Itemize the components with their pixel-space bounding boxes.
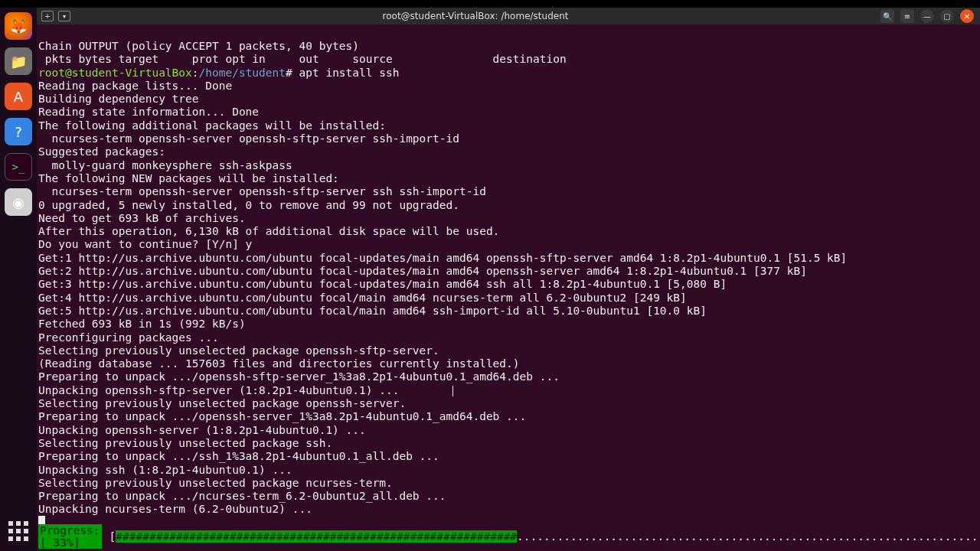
terminal-line: Selecting previously unselected package … [37, 477, 980, 490]
terminal-icon[interactable]: >_ [5, 153, 32, 181]
terminal-line: After this operation, 6,130 kB of additi… [37, 225, 980, 238]
progress-rest: ........................................… [517, 530, 980, 543]
terminal-line: Preparing to unpack .../ssh_1%3a8.2p1-4u… [37, 450, 980, 463]
terminal-line: Selecting previously unselected package … [37, 437, 980, 450]
software-icon[interactable]: A [5, 83, 32, 110]
terminal-line: Unpacking openssh-sftp-server (1:8.2p1-4… [37, 384, 980, 397]
files-icon[interactable]: 📁 [5, 47, 32, 75]
terminal-line: Get:4 http://us.archive.ubuntu.com/ubunt… [37, 292, 980, 305]
progress-label: Progress: [ 33%] [38, 524, 102, 549]
close-button[interactable]: ✕ [960, 9, 974, 23]
terminal-line: Reading state information... Done [37, 106, 980, 119]
terminal-line: Need to get 693 kB of archives. [37, 212, 980, 225]
terminal-line: The following NEW packages will be insta… [37, 172, 980, 185]
terminal-line: Get:1 http://us.archive.ubuntu.com/ubunt… [37, 252, 980, 265]
minimize-button[interactable]: — [920, 9, 934, 23]
apt-progress: Progress: [ 33%] [ #####################… [37, 530, 980, 543]
terminal-line: root@student-VirtualBox:/home/student# a… [37, 67, 980, 80]
terminal-line: Get:5 http://us.archive.ubuntu.com/ubunt… [37, 305, 980, 318]
terminal-line: Get:2 http://us.archive.ubuntu.com/ubunt… [37, 265, 980, 278]
terminal-line: Get:3 http://us.archive.ubuntu.com/ubunt… [37, 278, 980, 291]
terminal-line: Preconfiguring packages ... [37, 331, 980, 344]
terminal-line: Chain OUTPUT (policy ACCEPT 1 packets, 4… [37, 40, 980, 53]
terminal-line: Preparing to unpack .../openssh-server_1… [37, 410, 980, 423]
terminal-line: Preparing to unpack .../ncurses-term_6.2… [37, 490, 980, 503]
hamburger-menu-icon[interactable]: ≡ [900, 9, 914, 23]
terminal-output[interactable]: Chain OUTPUT (policy ACCEPT 1 packets, 4… [37, 24, 980, 551]
terminal-line: 0 upgraded, 5 newly installed, 0 to remo… [37, 199, 980, 212]
maximize-button[interactable]: ▢ [940, 9, 954, 23]
disk-icon[interactable]: ◉ [5, 188, 32, 216]
show-applications-icon[interactable] [5, 517, 32, 545]
tab-menu-button[interactable] [58, 11, 70, 21]
gnome-top-panel [0, 0, 980, 8]
firefox-icon[interactable]: 🦊 [5, 12, 32, 40]
terminal-line: The following additional packages will b… [37, 119, 980, 132]
progress-fill: ########################################… [116, 530, 517, 543]
terminal-line: Fetched 693 kB in 1s (992 kB/s) [37, 318, 980, 331]
help-icon[interactable]: ? [5, 118, 32, 145]
search-icon[interactable]: 🔍 [880, 9, 894, 23]
progress-open: [ [109, 530, 116, 543]
terminal-titlebar: root@student-VirtualBox: /home/student 🔍… [37, 8, 980, 24]
terminal-line: Building dependency tree [37, 93, 980, 106]
terminal-line: Selecting previously unselected package … [37, 344, 980, 357]
terminal-line: Reading package lists... Done [37, 80, 980, 93]
terminal-line: Selecting previously unselected package … [37, 397, 980, 410]
terminal-line: pkts bytes target prot opt in out source… [37, 53, 980, 66]
terminal-line: Unpacking openssh-server (1:8.2p1-4ubunt… [37, 424, 980, 437]
terminal-line: Do you want to continue? [Y/n] y [37, 238, 980, 251]
window-title: root@student-VirtualBox: /home/student [70, 11, 880, 21]
terminal-line: ncurses-term openssh-server openssh-sftp… [37, 185, 980, 198]
ubuntu-dock: 🦊 📁 A ? >_ ◉ [0, 8, 37, 551]
terminal-line: Preparing to unpack .../openssh-sftp-ser… [37, 370, 980, 383]
terminal-line: Unpacking ssh (1:8.2p1-4ubuntu0.1) ... [37, 464, 980, 477]
new-tab-button[interactable] [41, 11, 54, 21]
terminal-line: ncurses-term openssh-server openssh-sftp… [37, 132, 980, 145]
terminal-line: Suggested packages: [37, 145, 980, 158]
terminal-line: (Reading database ... 157603 files and d… [37, 357, 980, 370]
text-caret [452, 386, 453, 396]
terminal-line: molly-guard monkeysphere ssh-askpass [37, 159, 980, 172]
terminal-line: Unpacking ncurses-term (6.2-0ubuntu2) ..… [37, 503, 980, 516]
